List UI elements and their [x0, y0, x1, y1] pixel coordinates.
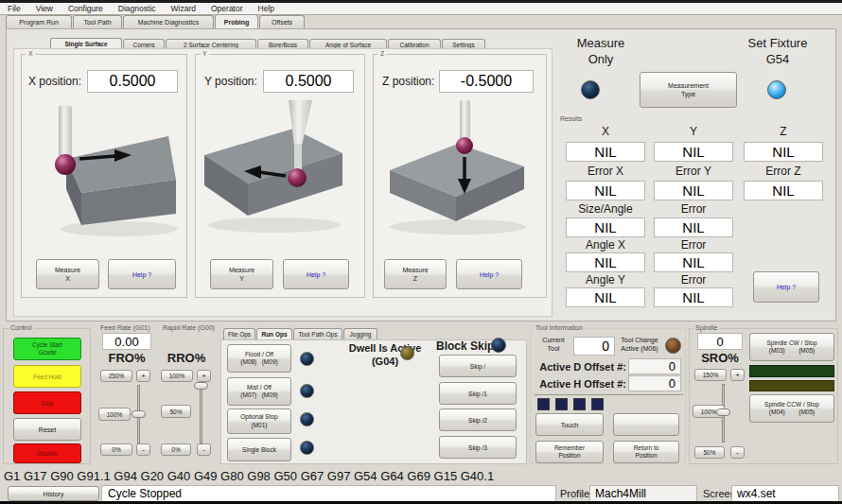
- set-fixture-label: Set Fixture G54: [736, 36, 819, 68]
- tool-indicator-4: [591, 398, 604, 410]
- tab-tool-path[interactable]: Tool Path: [73, 15, 122, 28]
- tool-change-label: Tool Change Active (M06): [617, 336, 662, 353]
- tool-indicator-2: [555, 398, 568, 410]
- tab-probing[interactable]: Probing: [215, 14, 258, 28]
- remember-position-button[interactable]: Remember Position: [535, 441, 604, 463]
- ops-tab-file-ops[interactable]: File Ops: [223, 328, 255, 339]
- error-z-field: NIL: [744, 181, 823, 200]
- stop-button[interactable]: Stop: [13, 391, 81, 414]
- size-error-field: NIL: [654, 217, 733, 237]
- tool-info-divider: [534, 394, 683, 395]
- active-d-offset-label: Active D Offset #:: [532, 361, 626, 373]
- mist-button[interactable]: Mist / Off (M07) (M09): [227, 377, 291, 406]
- current-tool-label: Current Tool: [535, 336, 571, 353]
- optional-stop-button[interactable]: Optional Stop (M01): [227, 408, 291, 434]
- result-x-field: NIL: [566, 142, 645, 162]
- menu-file[interactable]: File: [0, 4, 28, 14]
- rro-plus-button[interactable]: +: [197, 370, 211, 382]
- skip-slash-button[interactable]: Skip /: [439, 355, 517, 377]
- active-h-offset-label: Active H Offset #:: [532, 378, 626, 390]
- measure-only-label: Measure Only: [560, 36, 641, 68]
- rro-minus-button[interactable]: -: [197, 443, 211, 456]
- measurement-type-button[interactable]: Measurement Type: [640, 72, 737, 108]
- angle-y-label: Angle Y: [566, 273, 645, 287]
- mist-led: [300, 384, 314, 398]
- sro-min-button[interactable]: 50%: [694, 446, 725, 459]
- menu-bar: File View Configure Diagnostic Wizard Op…: [0, 3, 842, 15]
- menu-diagnostic[interactable]: Diagnostic: [111, 4, 164, 14]
- z-position-label: Z position:: [382, 75, 434, 88]
- x-position-field[interactable]: 0.5000: [87, 70, 178, 93]
- history-button[interactable]: History: [8, 486, 99, 501]
- rro-min-button[interactable]: 0%: [161, 443, 191, 456]
- rro-slider-handle[interactable]: [194, 382, 208, 390]
- skip-1-button[interactable]: Skip /1: [439, 382, 517, 405]
- menu-view[interactable]: View: [28, 4, 61, 14]
- tab-machine-diagnostics[interactable]: Machine Diagnostics: [123, 15, 214, 28]
- skip-3-button[interactable]: Skip /3: [439, 436, 517, 459]
- cycle-start-button[interactable]: Cycle Start Gcode: [13, 338, 81, 360]
- rro-label: RRO%: [155, 351, 218, 365]
- measure-z-button[interactable]: Measure Z: [384, 259, 447, 289]
- angle-x-field: NIL: [566, 252, 645, 272]
- spindle-cw-button[interactable]: Spindle CW / Stop (M03) (M05): [749, 333, 834, 361]
- feed-hold-button[interactable]: Feed Hold: [13, 365, 81, 388]
- z-position-field[interactable]: -0.5000: [439, 70, 534, 93]
- menu-wizard[interactable]: Wizard: [164, 4, 203, 14]
- fro-plus-button[interactable]: +: [136, 370, 150, 382]
- current-tool-field[interactable]: 0: [573, 337, 615, 356]
- tab-offsets[interactable]: Offsets: [259, 15, 305, 28]
- results-section-label: Results: [560, 115, 582, 122]
- menu-configure[interactable]: Configure: [61, 4, 111, 14]
- tool-indicator-3: [573, 398, 586, 410]
- flood-button[interactable]: Flood / Off (M08) (M09): [227, 344, 291, 373]
- block-skip-led: [491, 338, 506, 353]
- y-position-field[interactable]: 0.5000: [263, 70, 354, 93]
- x-position-label: X position:: [28, 75, 81, 88]
- result-y-label: Y: [654, 125, 733, 138]
- fro-max-button[interactable]: 250%: [100, 370, 132, 382]
- fro-minus-button[interactable]: -: [136, 443, 150, 456]
- disable-button[interactable]: Disable: [13, 443, 81, 463]
- x-help-button[interactable]: Help ?: [108, 259, 176, 289]
- menu-help[interactable]: Help: [251, 4, 282, 14]
- reset-button[interactable]: Reset: [13, 418, 81, 441]
- measure-x-button[interactable]: Measure X: [36, 259, 99, 289]
- y-help-button[interactable]: Help ?: [283, 259, 349, 289]
- single-block-led: [300, 441, 314, 455]
- rro-max-button[interactable]: 100%: [161, 370, 193, 382]
- spindle-ccw-button[interactable]: Spindle CCW / Stop (M04) (M05): [749, 394, 834, 423]
- result-z-field: NIL: [744, 142, 823, 162]
- status-message-field: Cycle Stopped: [101, 485, 556, 502]
- touch-button[interactable]: Touch: [535, 413, 604, 436]
- return-to-position-button[interactable]: Return to Position: [613, 441, 679, 463]
- rro-mid-button[interactable]: 50%: [161, 405, 191, 418]
- fro-slider-handle[interactable]: [132, 410, 146, 418]
- y-position-label: Y position:: [204, 75, 257, 88]
- sro-max-button[interactable]: 150%: [694, 369, 727, 381]
- single-block-button[interactable]: Single Block: [227, 438, 291, 461]
- sro-plus-button[interactable]: +: [730, 369, 745, 381]
- results-help-button[interactable]: Help ?: [753, 271, 819, 303]
- sro-label: SRO%: [690, 351, 750, 365]
- sro-minus-button[interactable]: -: [730, 446, 745, 459]
- tab-program-run[interactable]: Program Run: [6, 15, 72, 28]
- profile-label: Profile:: [560, 488, 592, 499]
- fro-min-button[interactable]: 0%: [100, 443, 132, 456]
- skip-2-button[interactable]: Skip /2: [439, 408, 517, 431]
- sro-slider-handle[interactable]: [716, 408, 730, 416]
- ops-tab-run-ops[interactable]: Run Ops: [256, 328, 292, 339]
- x-probe-illustration: [25, 98, 184, 252]
- angle-x-label: Angle X: [566, 238, 645, 252]
- feed-rate-section-label: Feed Rate (G01): [98, 324, 152, 332]
- ops-tab-jogging[interactable]: Jogging: [343, 328, 377, 339]
- blank-button[interactable]: [613, 413, 679, 436]
- flood-led: [300, 352, 314, 366]
- error-z-label: Error Z: [744, 165, 823, 178]
- z-help-button[interactable]: Help ?: [456, 259, 522, 289]
- menu-operator[interactable]: Operator: [203, 4, 251, 14]
- angle-x-error-field: NIL: [654, 252, 733, 272]
- fro-mid-button[interactable]: 100%: [98, 408, 131, 421]
- measure-y-button[interactable]: Measure Y: [210, 259, 273, 289]
- ops-tab-tool-path-ops[interactable]: Tool Path Ops: [293, 328, 342, 339]
